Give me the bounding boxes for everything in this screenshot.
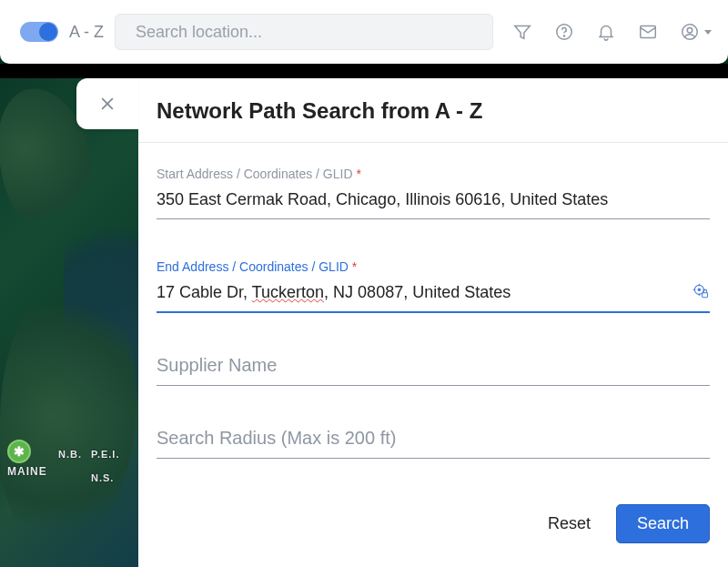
start-address-input[interactable] xyxy=(157,188,710,219)
map-label-pei: P.E.I. xyxy=(91,449,119,460)
svg-point-4 xyxy=(563,35,564,36)
user-menu[interactable] xyxy=(679,21,712,43)
toggle-knob xyxy=(39,23,57,41)
map-label-ns: N.S. xyxy=(91,472,114,483)
panel-body: Start Address / Coordinates / GLID * End… xyxy=(138,143,728,504)
az-toggle[interactable] xyxy=(20,22,58,42)
search-box[interactable] xyxy=(115,14,493,50)
required-indicator: * xyxy=(356,167,360,181)
search-panel: Network Path Search from A - Z Start Add… xyxy=(138,78,728,567)
map-strip xyxy=(0,64,728,78)
map-label-maine: MAINE xyxy=(7,465,47,478)
topbar: A - Z xyxy=(0,0,728,64)
chevron-down-icon xyxy=(704,30,712,35)
svg-rect-12 xyxy=(703,293,708,298)
panel-header: Network Path Search from A - Z xyxy=(138,78,728,143)
end-address-label: End Address / Coordinates / GLID * xyxy=(157,259,710,274)
help-icon[interactable] xyxy=(553,21,575,43)
supplier-field xyxy=(157,353,710,386)
svg-point-7 xyxy=(687,27,693,33)
required-indicator: * xyxy=(352,259,357,274)
map-label-nb: N.B. xyxy=(58,449,82,460)
end-address-field: End Address / Coordinates / GLID * 17 Ca… xyxy=(157,259,710,313)
bell-icon[interactable] xyxy=(595,21,617,43)
top-icons xyxy=(511,21,712,43)
start-address-label: Start Address / Coordinates / GLID * xyxy=(157,167,710,181)
panel-actions: Reset Search xyxy=(138,504,728,567)
reset-button[interactable]: Reset xyxy=(539,507,600,541)
search-button[interactable]: Search xyxy=(616,504,710,543)
supplier-input[interactable] xyxy=(157,353,710,386)
user-icon xyxy=(679,21,701,43)
map[interactable]: ✱ MAINE N.B. P.E.I. N.S. xyxy=(0,78,138,567)
panel-title: Network Path Search from A - Z xyxy=(157,98,710,124)
radius-field xyxy=(157,426,710,459)
svg-rect-5 xyxy=(641,26,656,38)
mouse-lock-icon[interactable] xyxy=(692,282,710,300)
search-input[interactable] xyxy=(136,23,481,42)
radius-input[interactable] xyxy=(157,426,710,459)
map-marker[interactable]: ✱ xyxy=(7,440,31,463)
filter-icon[interactable] xyxy=(511,21,533,43)
map-land xyxy=(0,278,136,552)
svg-point-11 xyxy=(698,289,701,291)
close-icon xyxy=(98,95,116,113)
az-label: A - Z xyxy=(69,23,104,42)
mail-icon[interactable] xyxy=(637,21,659,43)
close-panel-button[interactable] xyxy=(76,78,138,129)
end-address-input[interactable]: 17 Cable Dr, Tuckerton, NJ 08087, United… xyxy=(157,281,710,313)
svg-marker-2 xyxy=(515,26,531,39)
start-address-field: Start Address / Coordinates / GLID * xyxy=(157,167,710,219)
